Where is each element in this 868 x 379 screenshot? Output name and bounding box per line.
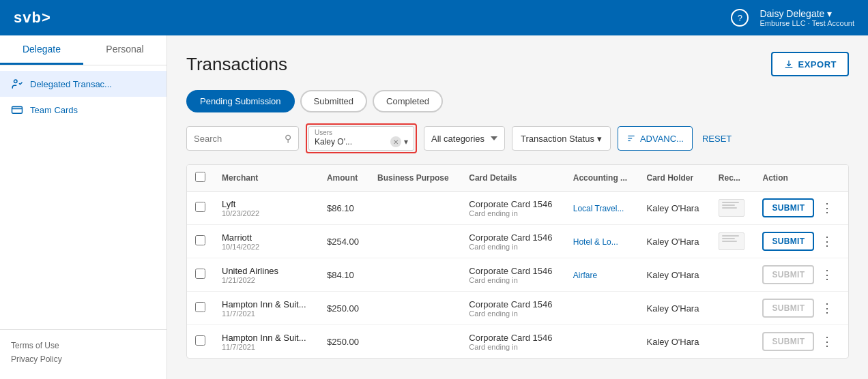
- amount-cell: $254.00: [319, 225, 369, 258]
- accounting-cell: [565, 325, 639, 359]
- export-icon: [783, 59, 794, 70]
- receipt-cell: [710, 292, 755, 325]
- merchant-name: Hampton Inn & Suit...: [222, 299, 310, 309]
- terms-of-use-link[interactable]: Terms of Use: [11, 341, 156, 350]
- advanced-filter-icon: [626, 134, 636, 143]
- user-menu[interactable]: Daisy Delegate ▾ Emburse LLC · Test Acco…: [760, 8, 854, 27]
- card-holder-cell: Kaley O'Hara: [639, 292, 710, 325]
- transactions-table: Merchant Amount Business Purpose Card De…: [187, 165, 848, 358]
- main-content: Transactions EXPORT Pending Submission S…: [167, 35, 868, 379]
- accounting-cell: Airfare: [565, 258, 639, 292]
- action-more-icon[interactable]: ⋮: [818, 200, 836, 215]
- business-purpose-cell[interactable]: [369, 192, 461, 225]
- col-rec: Rec...: [710, 165, 755, 192]
- action-more-icon[interactable]: ⋮: [818, 334, 836, 349]
- row-checkbox-2[interactable]: [195, 269, 205, 279]
- business-purpose-cell[interactable]: [369, 225, 461, 258]
- svg-point-0: [14, 80, 18, 83]
- users-value: Kaley O'...: [315, 137, 388, 147]
- amount-cell: $84.10: [319, 258, 369, 292]
- receipt-thumbnail[interactable]: [719, 199, 744, 217]
- row-checkbox-cell: [187, 192, 214, 225]
- help-icon[interactable]: ?: [731, 9, 749, 27]
- privacy-policy-link[interactable]: Privacy Policy: [11, 354, 156, 364]
- merchant-cell: Lyft 10/23/2022: [214, 192, 319, 225]
- merchant-cell: Hampton Inn & Suit... 11/7/2021: [214, 292, 319, 325]
- merchant-name: Lyft: [222, 199, 310, 209]
- action-cell: SUBMIT ⋮: [754, 292, 848, 324]
- action-more-icon[interactable]: ⋮: [818, 234, 836, 249]
- submit-button-active[interactable]: SUBMIT: [762, 198, 814, 217]
- row-checkbox-4[interactable]: [195, 335, 205, 346]
- col-amount: Amount: [319, 165, 369, 192]
- transaction-tab-group: Pending Submission Submitted Completed: [186, 90, 849, 112]
- row-checkbox-3[interactable]: [195, 302, 205, 312]
- app-layout: Delegate Personal Delegated Transac... T…: [0, 35, 868, 379]
- sidebar-footer: Terms of Use Privacy Policy: [0, 329, 167, 379]
- card-ending: Card ending in: [469, 309, 556, 318]
- sidebar-item-delegated-transactions[interactable]: Delegated Transac...: [0, 71, 167, 97]
- select-all-header[interactable]: [187, 165, 214, 192]
- action-more-icon[interactable]: ⋮: [818, 267, 836, 282]
- tab-submitted[interactable]: Submitted: [300, 90, 368, 112]
- export-button[interactable]: EXPORT: [771, 52, 849, 76]
- col-merchant: Merchant: [214, 165, 319, 192]
- row-checkbox-cell: [187, 325, 214, 359]
- sidebar-item-delegated-label: Delegated Transac...: [30, 79, 112, 89]
- users-clear-icon[interactable]: ✕: [390, 136, 401, 147]
- receipt-thumbnail[interactable]: [719, 232, 744, 250]
- accounting-value: Airfare: [573, 271, 597, 280]
- submit-button-disabled: SUBMIT: [762, 299, 814, 318]
- card-details-cell: Corporate Card 1546 Card ending in: [461, 258, 564, 292]
- merchant-cell: Hampton Inn & Suit... 11/7/2021: [214, 325, 319, 359]
- card-name: Corporate Card 1546: [469, 299, 556, 309]
- select-all-checkbox[interactable]: [195, 172, 205, 182]
- search-input[interactable]: [194, 134, 285, 144]
- reset-button[interactable]: RESET: [699, 134, 734, 144]
- business-purpose-cell[interactable]: [369, 292, 461, 325]
- tab-personal[interactable]: Personal: [83, 35, 167, 65]
- sidebar: Delegate Personal Delegated Transac... T…: [0, 35, 167, 379]
- users-filter-wrapper: Users Kaley O'... ✕ ▾: [306, 123, 417, 153]
- amount-cell: $250.00: [319, 325, 369, 359]
- status-filter-icon: ▾: [597, 134, 602, 144]
- users-dropdown[interactable]: Users Kaley O'... ✕ ▾: [308, 126, 414, 151]
- app-header: svb> ? Daisy Delegate ▾ Emburse LLC · Te…: [0, 0, 868, 35]
- action-cell: SUBMIT ⋮: [754, 325, 848, 358]
- card-ending: Card ending in: [469, 209, 556, 217]
- page-title: Transactions: [186, 54, 287, 75]
- svb-logo[interactable]: svb>: [14, 9, 51, 27]
- categories-select[interactable]: All categories: [424, 126, 505, 151]
- merchant-name: United Airlines: [222, 266, 310, 276]
- user-chevron-icon: ▾: [827, 8, 832, 19]
- accounting-cell: Local Travel...: [565, 192, 639, 225]
- tab-pending-submission[interactable]: Pending Submission: [186, 90, 295, 112]
- business-purpose-cell[interactable]: [369, 325, 461, 359]
- user-name: Daisy Delegate ▾: [760, 8, 854, 19]
- filters-bar: ⚲ Users Kaley O'... ✕ ▾ All categories T…: [186, 123, 849, 153]
- merchant-date: 1/21/2022: [222, 276, 310, 284]
- business-purpose-cell[interactable]: [369, 258, 461, 292]
- svg-rect-1: [12, 107, 23, 114]
- sidebar-item-team-cards[interactable]: Team Cards: [0, 97, 167, 123]
- merchant-date: 10/14/2022: [222, 243, 310, 251]
- search-box[interactable]: ⚲: [186, 126, 299, 151]
- row-checkbox-1[interactable]: [195, 235, 205, 245]
- merchant-cell: United Airlines 1/21/2022: [214, 258, 319, 292]
- tab-delegate[interactable]: Delegate: [0, 35, 83, 65]
- tab-completed[interactable]: Completed: [373, 90, 443, 112]
- transaction-status-button[interactable]: Transaction Status ▾: [512, 126, 611, 151]
- advanced-filter-button[interactable]: ADVANC...: [618, 126, 693, 151]
- receipt-cell: [710, 225, 755, 258]
- merchant-date: 11/7/2021: [222, 343, 310, 351]
- submit-button-active[interactable]: SUBMIT: [762, 232, 814, 251]
- merchant-date: 10/23/2022: [222, 209, 310, 217]
- accounting-value: Local Travel...: [573, 204, 624, 213]
- amount-cell: $86.10: [319, 192, 369, 225]
- card-ending: Card ending in: [469, 343, 556, 351]
- action-more-icon[interactable]: ⋮: [818, 301, 836, 316]
- card-name: Corporate Card 1546: [469, 266, 556, 276]
- row-checkbox-0[interactable]: [195, 202, 205, 212]
- col-accounting: Accounting ...: [565, 165, 639, 192]
- accounting-cell: [565, 292, 639, 325]
